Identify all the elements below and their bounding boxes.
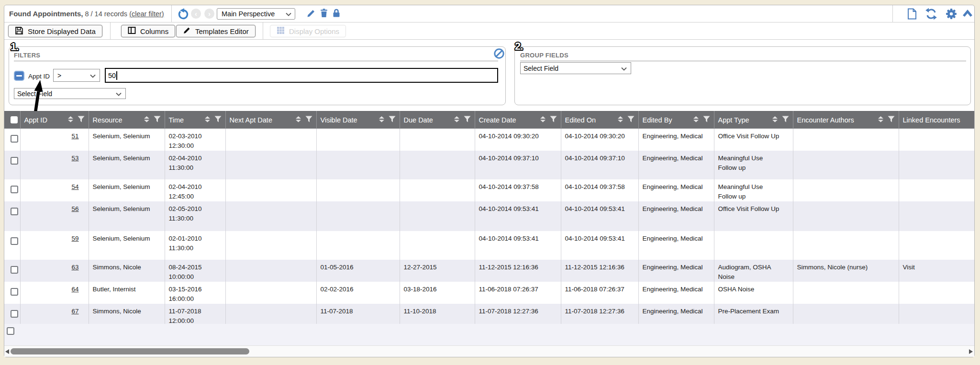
sort-icon[interactable]: [772, 116, 778, 124]
new-document-icon[interactable]: [906, 8, 918, 22]
horizontal-scrollbar[interactable]: [4, 345, 974, 357]
appt-id-link[interactable]: 56: [71, 205, 78, 212]
clear-filters-icon[interactable]: [494, 48, 504, 61]
table-cell: 11-12-2015 12:16:36: [475, 260, 561, 282]
row-checkbox[interactable]: [11, 266, 18, 274]
filter-icon[interactable]: [464, 116, 471, 124]
table-cell: [225, 282, 316, 304]
row-checkbox[interactable]: [11, 288, 18, 296]
refresh-icon[interactable]: [925, 8, 937, 22]
appt-id-link[interactable]: 51: [71, 133, 78, 140]
row-checkbox[interactable]: [7, 327, 14, 335]
sort-icon[interactable]: [540, 116, 546, 124]
filter-icon[interactable]: [305, 116, 312, 124]
table-cell: 02-02-2016: [316, 282, 400, 304]
sort-icon[interactable]: [878, 116, 883, 124]
table-cell: 11-07-2018 12:27:36: [561, 304, 638, 324]
column-header-edited-on[interactable]: Edited On: [561, 111, 638, 129]
main-panel: Found Appointments, 8 / 14 records (clea…: [4, 5, 975, 357]
filter-add-field-select[interactable]: Select Field: [14, 88, 126, 99]
templates-editor-button[interactable]: Templates Editor: [176, 25, 256, 37]
text-caret: [116, 71, 117, 80]
appt-id-link[interactable]: 54: [71, 183, 78, 190]
appt-id-link[interactable]: 53: [71, 155, 78, 162]
appt-id-link[interactable]: 63: [71, 264, 78, 271]
filter-icon[interactable]: [627, 116, 635, 124]
group-field-select[interactable]: Select Field: [520, 62, 631, 74]
row-checkbox[interactable]: [11, 310, 18, 318]
table-cell: Engineering, Medical: [638, 151, 714, 179]
filter-icon[interactable]: [78, 116, 85, 124]
filter-icon[interactable]: [154, 116, 161, 124]
column-header-linked-encounters[interactable]: Linked Encounters: [899, 111, 974, 129]
row-checkbox[interactable]: [11, 135, 18, 143]
appointments-table: Appt IDResourceTimeNext Apt DateVisible …: [4, 111, 974, 324]
scroll-right-icon[interactable]: [969, 349, 973, 354]
collapse-icon[interactable]: [962, 10, 973, 20]
column-header-encounter-authors[interactable]: Encounter Authors: [793, 111, 899, 129]
sort-icon[interactable]: [454, 116, 459, 124]
filter-icon[interactable]: [214, 116, 222, 124]
table-cell: 04-10-2014 09:30:20: [475, 129, 561, 151]
edit-perspective-icon[interactable]: [306, 9, 316, 20]
column-header-time[interactable]: Time: [165, 111, 225, 129]
filter-icon[interactable]: [703, 116, 710, 124]
column-header-visible-date[interactable]: Visible Date: [316, 111, 400, 129]
filter-operator-select[interactable]: >: [53, 69, 100, 82]
appt-id-link[interactable]: 64: [71, 286, 78, 293]
sort-icon[interactable]: [144, 116, 149, 124]
divider: [171, 5, 172, 22]
table-cell: Simmons, Nicole (nurse): [793, 260, 899, 282]
column-header-next-apt-date[interactable]: Next Apt Date: [225, 111, 316, 129]
column-header-create-date[interactable]: Create Date: [475, 111, 561, 129]
table-cell: Engineering, Medical: [638, 179, 714, 201]
undo-icon[interactable]: [177, 8, 189, 22]
title-group: Found Appointments, 8 / 14 records (clea…: [9, 5, 164, 22]
column-header-edited-by[interactable]: Edited By: [638, 111, 714, 129]
filter-icon[interactable]: [782, 116, 789, 124]
table-cell: [316, 129, 400, 151]
prev-perspective-button[interactable]: ‹: [191, 9, 201, 19]
table-cell: Selenium, Selenium: [89, 129, 165, 151]
column-header-appt-type[interactable]: Appt Type: [714, 111, 793, 129]
column-header-resource[interactable]: Resource: [89, 111, 165, 129]
row-checkbox[interactable]: [11, 208, 18, 215]
table-cell: 11-06-2018 07:26:37: [561, 282, 638, 304]
appt-id-link[interactable]: 67: [71, 308, 78, 315]
row-checkbox[interactable]: [11, 237, 18, 245]
perspective-select[interactable]: Main Perspective: [217, 8, 295, 20]
sort-icon[interactable]: [205, 116, 210, 124]
scroll-left-icon[interactable]: [5, 349, 9, 354]
divider: [892, 5, 893, 22]
columns-button[interactable]: Columns: [121, 25, 175, 37]
gear-icon[interactable]: [945, 8, 958, 22]
column-header-appt-id[interactable]: Appt ID: [20, 111, 89, 129]
filter-icon[interactable]: [550, 116, 557, 124]
store-displayed-data-button[interactable]: Store Displayed Data: [8, 25, 102, 37]
row-checkbox[interactable]: [11, 186, 18, 193]
appointments-table-wrap: Appt IDResourceTimeNext Apt DateVisible …: [4, 111, 974, 324]
table-cell: 04-10-2014 09:53:41: [475, 201, 561, 231]
filter-value-input[interactable]: 50: [105, 68, 498, 83]
sort-icon[interactable]: [693, 116, 699, 124]
lock-icon[interactable]: [332, 8, 341, 20]
appt-id-link[interactable]: 59: [71, 235, 78, 242]
appt-id-cell: 54: [20, 179, 89, 201]
row-checkbox[interactable]: [11, 157, 18, 165]
sort-icon[interactable]: [296, 116, 301, 124]
clear-filter-link[interactable]: (clear filter): [129, 10, 164, 18]
remove-filter-button[interactable]: [14, 71, 24, 81]
filter-icon[interactable]: [888, 116, 895, 124]
display-options-button: Display Options: [270, 25, 346, 37]
sort-icon[interactable]: [379, 116, 384, 124]
select-all-checkbox[interactable]: [11, 116, 18, 123]
table-cell: [793, 231, 899, 260]
delete-perspective-icon[interactable]: [319, 8, 329, 20]
table-cell: Engineering, Medical: [638, 304, 714, 324]
scrollbar-thumb[interactable]: [11, 348, 249, 354]
column-header-due-date[interactable]: Due Date: [400, 111, 475, 129]
sort-icon[interactable]: [68, 116, 73, 124]
filter-icon[interactable]: [389, 116, 396, 124]
sort-icon[interactable]: [618, 116, 623, 124]
next-perspective-button[interactable]: ›: [204, 9, 214, 19]
